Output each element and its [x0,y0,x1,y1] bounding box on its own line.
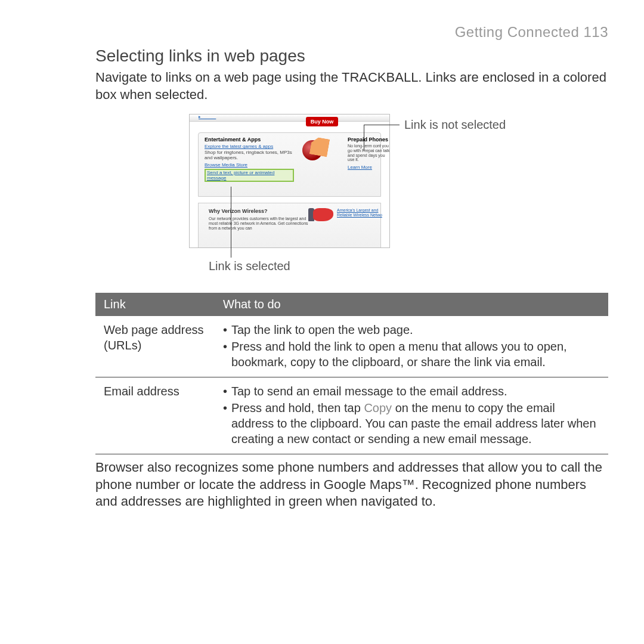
callout-line [231,187,231,258]
col-entertainment: Entertainment & Apps Explore the latest … [205,137,294,182]
panel-entertainment: Entertainment & Apps Explore the latest … [198,132,381,197]
browser-screenshot: ▸ Buy Now Entertainment & Apps Explore t… [189,114,390,248]
buy-now-button: Buy Now [306,117,338,126]
why-link: America's Largest and Reliable Wireless … [337,208,390,217]
callout-line [364,125,400,125]
ent-link-browse: Browse Media Store [205,162,294,168]
col-prepaid: Prepaid Phones No long-term cont you go … [348,137,390,170]
cell-actions: Tap the link to open the web page. Press… [215,316,608,377]
figure: ▸ Buy Now Entertainment & Apps Explore t… [95,114,608,281]
panel-why: Why Verizon Wireless? Our network provid… [198,203,381,248]
ent-heading: Entertainment & Apps [205,137,294,143]
page-number: 113 [583,24,608,40]
th-action: What to do [215,293,608,316]
topbar-link: ▸ [199,114,216,119]
table-row: Email address Tap to send an email messa… [95,377,608,454]
callout-not-selected: Link is not selected [404,117,506,132]
action-item: Press and hold, then tap Copy on the men… [223,400,600,447]
action-item: Tap to send an email message to the emai… [223,383,600,399]
page-header: Getting Connected 113 [95,24,608,41]
table-row: Web page address (URLs) Tap the link to … [95,316,608,377]
screenshot-topbar: ▸ [190,114,389,122]
prepaid-heading: Prepaid Phones [348,137,390,143]
section-title: Selecting links in web pages [95,47,608,66]
intro-text: Navigate to links on a web page using th… [95,69,608,103]
why-heading: Why Verizon Wireless? [209,208,267,214]
cell-link-type: Web page address (URLs) [95,316,215,377]
menu-copy-label: Copy [364,401,392,414]
th-link: Link [95,293,215,316]
cell-link-type: Email address [95,377,215,454]
link-action-table: Link What to do Web page address (URLs) … [95,293,608,454]
callout-selected: Link is selected [209,259,290,273]
action-item: Press and hold the link to open a menu t… [223,339,600,370]
outro-text: Browser also recognizes some phone numbe… [95,459,608,510]
why-text: Our network provides customers with the … [209,216,310,231]
music-note-icon [309,137,330,157]
callout-line [364,125,364,151]
ent-text: Shop for ringtones, ringback tones, MP3s… [205,150,294,161]
action-item: Tap the link to open the web page. [223,322,600,338]
chapter-name: Getting Connected [455,24,580,40]
ent-link-explore: Explore the latest games & apps [205,144,294,149]
map-icon [313,208,333,221]
prepaid-link: Learn More [348,165,390,170]
selected-link-box: Send a text, picture or animated message [205,169,294,182]
prepaid-text: No long-term cont you go with Prepai can… [348,144,390,162]
cell-actions: Tap to send an email message to the emai… [215,377,608,454]
